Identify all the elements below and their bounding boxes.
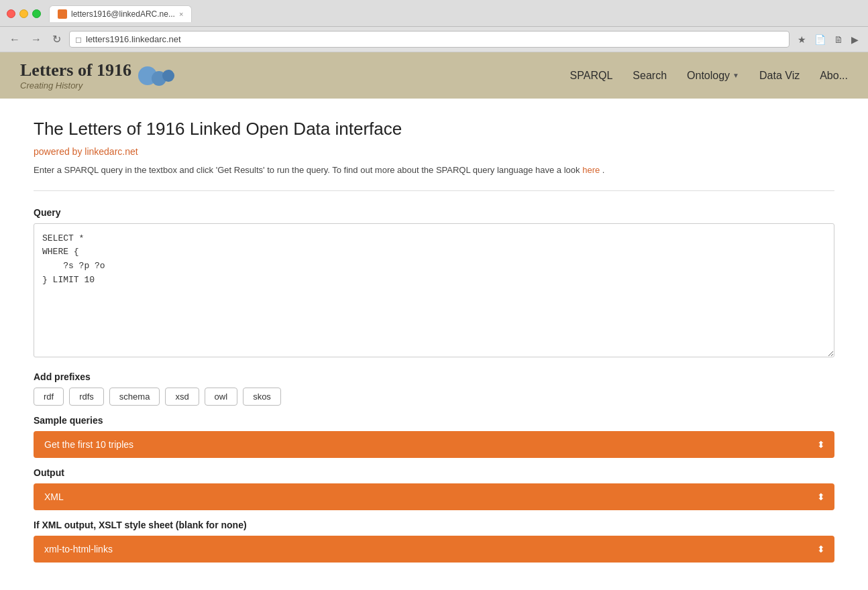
browser-dots	[7, 9, 41, 18]
bookmark-button[interactable]: ★	[795, 33, 809, 46]
nav-dataviz[interactable]: Data Viz	[759, 70, 800, 82]
sample-queries-select[interactable]: Get the first 10 triples Get all subject…	[34, 431, 834, 458]
nav-about[interactable]: Abo...	[820, 70, 848, 82]
sample-queries-label: Sample queries	[34, 415, 834, 426]
logo-title: Letters of 1916	[20, 60, 131, 80]
figure-caption: Figure 3: the Letters of 1916 SPARQL int…	[34, 583, 834, 591]
tab-label: letters1916@linkedARC.ne...	[71, 9, 175, 19]
screenshot-frame: letters1916@linkedARC.ne... × ← → ↻ ◻ le…	[0, 0, 868, 590]
browser-toolbar: ← → ↻ ◻ letters1916.linkedarc.net ★ 📄 🗎 …	[0, 27, 868, 52]
prefixes-label: Add prefixes	[34, 371, 834, 382]
toolbar-actions: ★ 📄 🗎 ▶	[795, 33, 861, 46]
prefix-buttons: rdf rdfs schema xsd owl skos	[34, 388, 834, 406]
browser-chrome: letters1916@linkedARC.ne... × ← → ↻ ◻ le…	[0, 0, 868, 52]
output-wrapper: XML JSON CSV TSV	[34, 483, 834, 510]
tab-favicon	[58, 9, 67, 19]
xslt-select[interactable]: xml-to-html-links none custom	[34, 536, 834, 563]
query-textarea[interactable]: SELECT * WHERE { ?s ?p ?o } LIMIT 10	[34, 223, 834, 357]
main-content: The Letters of 1916 Linked Open Data int…	[0, 99, 868, 590]
output-label: Output	[34, 467, 834, 478]
prefixes-section: Add prefixes rdf rdfs schema xsd owl sko…	[34, 371, 834, 406]
more-button[interactable]: ▶	[849, 33, 861, 46]
prefix-xsd[interactable]: xsd	[165, 388, 199, 406]
xslt-wrapper: xml-to-html-links none custom	[34, 536, 834, 563]
sample-queries-section: Sample queries Get the first 10 triples …	[34, 415, 834, 458]
prefix-owl[interactable]: owl	[205, 388, 238, 406]
query-label: Query	[34, 207, 834, 218]
description-post: .	[602, 165, 605, 175]
maximize-dot[interactable]	[32, 9, 41, 18]
address-text: letters1916.linkedarc.net	[86, 34, 181, 44]
logo-area: Letters of 1916 Creating History	[20, 60, 174, 91]
nav-ontology-label: Ontology	[687, 70, 730, 82]
forward-button[interactable]: →	[28, 32, 44, 47]
extension-button-2[interactable]: 🗎	[831, 33, 846, 46]
description-link[interactable]: here	[582, 165, 600, 175]
prefix-rdfs[interactable]: rdfs	[69, 388, 104, 406]
browser-tab[interactable]: letters1916@linkedARC.ne... ×	[49, 5, 192, 22]
extension-button[interactable]: 📄	[812, 33, 828, 46]
back-button[interactable]: ←	[7, 32, 23, 47]
lock-icon: ◻	[75, 35, 82, 44]
prefix-skos[interactable]: skos	[243, 388, 281, 406]
minimize-dot[interactable]	[19, 9, 28, 18]
logo-icon	[138, 66, 174, 86]
output-section: Output XML JSON CSV TSV	[34, 467, 834, 510]
sample-queries-wrapper: Get the first 10 triples Get all subject…	[34, 431, 834, 458]
page-title: The Letters of 1916 Linked Open Data int…	[34, 119, 834, 139]
powered-by: powered by linkedarc.net	[34, 146, 834, 157]
nav-sparql[interactable]: SPARQL	[570, 70, 613, 82]
output-select[interactable]: XML JSON CSV TSV	[34, 483, 834, 510]
refresh-button[interactable]: ↻	[50, 32, 64, 47]
logo-bubble-3	[162, 70, 174, 82]
ontology-dropdown-arrow: ▼	[733, 72, 739, 79]
description-pre: Enter a SPARQL query in the textbox and …	[34, 165, 580, 175]
address-bar[interactable]: ◻ letters1916.linkedarc.net	[69, 31, 790, 48]
prefix-schema[interactable]: schema	[109, 388, 160, 406]
logo-subtitle: Creating History	[20, 80, 131, 91]
site-logo: Letters of 1916 Creating History	[20, 60, 131, 91]
xslt-section: If XML output, XSLT style sheet (blank f…	[34, 520, 834, 563]
xslt-label: If XML output, XSLT style sheet (blank f…	[34, 520, 834, 530]
nav-ontology[interactable]: Ontology ▼	[687, 70, 739, 82]
browser-titlebar: letters1916@linkedARC.ne... ×	[0, 0, 868, 27]
prefix-rdf[interactable]: rdf	[34, 388, 64, 406]
tab-close-button[interactable]: ×	[179, 10, 183, 18]
divider	[34, 190, 834, 191]
site-header: Letters of 1916 Creating History SPARQL …	[0, 52, 868, 99]
nav-search[interactable]: Search	[633, 70, 667, 82]
logo-title-text: Letters of 1916	[20, 60, 131, 80]
description: Enter a SPARQL query in the textbox and …	[34, 164, 834, 177]
close-dot[interactable]	[7, 9, 15, 18]
site-nav: SPARQL Search Ontology ▼ Data Viz Abo...	[570, 70, 848, 82]
